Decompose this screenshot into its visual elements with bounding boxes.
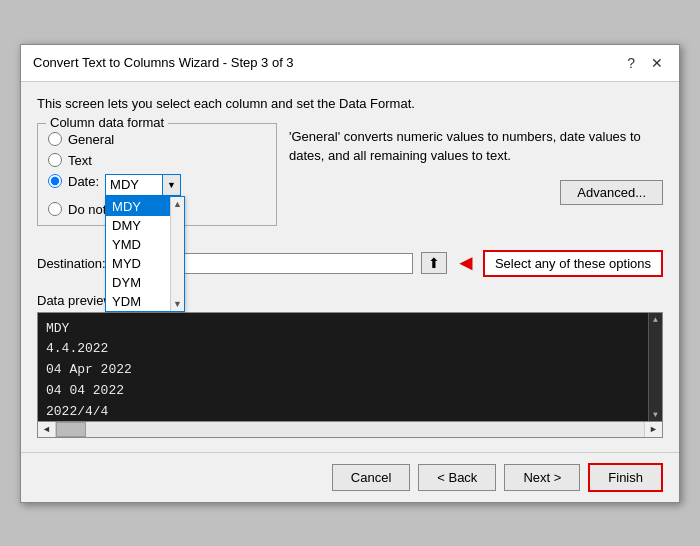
annotation-box: Select any of these options [483,250,663,277]
annotation-container: ◄ Select any of these options [455,250,663,277]
help-button[interactable]: ? [623,53,639,73]
preview-vscroll: ▲ ▼ [648,313,662,421]
donot-radio[interactable] [48,202,62,216]
preview-scroll-up[interactable]: ▲ [651,313,660,326]
group-legend: Column data format [46,115,168,130]
date-select-wrapper: MDY ▼ [105,174,181,196]
hscroll-left[interactable]: ◄ [38,424,55,434]
date-select-display[interactable]: MDY [105,174,163,196]
cancel-button[interactable]: Cancel [332,464,410,491]
title-bar: Convert Text to Columns Wizard - Step 3 … [21,45,679,82]
date-radio-row: Date: MDY ▼ MDY DMY YMD [48,174,266,196]
text-radio-row: Text [48,153,266,168]
date-dropdown-container: MDY ▼ MDY DMY YMD MYD DYM YDM [105,174,181,196]
date-label-row: Date: [48,174,99,189]
destination-row: Destination: ⬆ [37,252,447,274]
destination-picker-button[interactable]: ⬆ [421,252,447,274]
general-radio[interactable] [48,132,62,146]
left-panel: Column data format General Text [37,123,277,236]
date-radio[interactable] [48,174,62,188]
date-label[interactable]: Date: [68,174,99,189]
red-arrow-icon: ◄ [455,250,477,276]
button-bar: Cancel < Back Next > Finish [21,452,679,502]
date-dropdown-open: MDY DMY YMD MYD DYM YDM ▲ ▼ [105,196,185,312]
dialog-title: Convert Text to Columns Wizard - Step 3 … [33,55,294,70]
close-button[interactable]: ✕ [647,53,667,73]
info-text: 'General' converts numeric values to num… [289,123,663,170]
preview-container[interactable]: MDY 4.4.2022 04 Apr 2022 04 04 2022 2022… [37,312,663,422]
preview-scroll-down[interactable]: ▼ [651,408,660,421]
main-dialog: Convert Text to Columns Wizard - Step 3 … [20,44,680,503]
preview-wrapper: MDY 4.4.2022 04 Apr 2022 04 04 2022 2022… [37,312,663,422]
general-radio-row: General [48,132,266,147]
date-dropdown-arrow[interactable]: ▼ [163,174,181,196]
text-radio[interactable] [48,153,62,167]
right-panel: 'General' converts numeric values to num… [289,123,663,236]
hscroll-right[interactable]: ► [645,424,662,434]
scroll-down-arrow[interactable]: ▼ [171,297,184,311]
scroll-up-arrow[interactable]: ▲ [171,197,184,211]
data-preview-section: Data preview MDY 4.4.2022 04 Apr 2022 04… [37,293,663,438]
destination-label: Destination: [37,256,106,271]
preview-content: MDY 4.4.2022 04 Apr 2022 04 04 2022 2022… [46,319,654,422]
advanced-button[interactable]: Advanced... [560,180,663,205]
back-button[interactable]: < Back [418,464,496,491]
dialog-content: This screen lets you select each column … [21,82,679,452]
text-label[interactable]: Text [68,153,92,168]
column-format-group: Column data format General Text [37,123,277,226]
title-controls: ? ✕ [623,53,667,73]
main-row: Column data format General Text [37,123,663,236]
next-button[interactable]: Next > [504,464,580,491]
hscroll-track [55,422,645,437]
finish-button[interactable]: Finish [588,463,663,492]
preview-hscroll-row: ◄ ► [37,422,663,438]
hscroll-thumb[interactable] [56,422,86,437]
dropdown-scrollbar: ▲ ▼ [170,197,184,311]
description-text: This screen lets you select each column … [37,96,663,111]
general-label[interactable]: General [68,132,114,147]
